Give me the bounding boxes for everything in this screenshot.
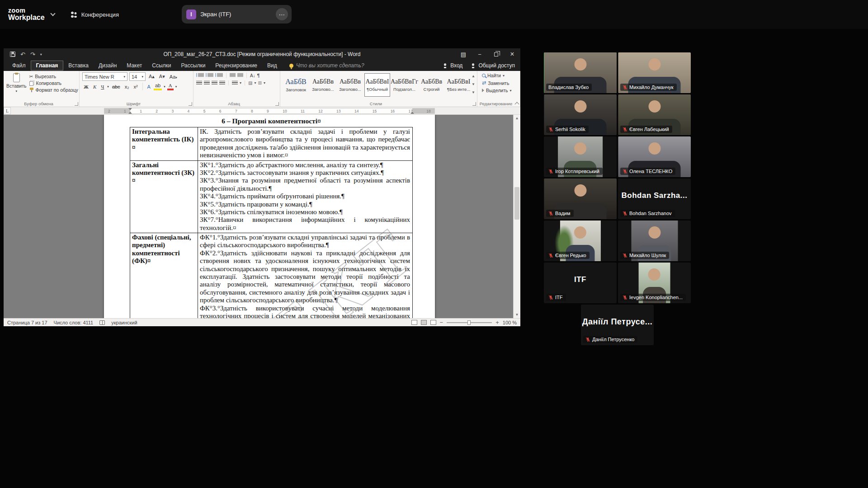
read-mode-icon[interactable] [411, 320, 417, 325]
format-painter-button[interactable]: Формат по образцу [29, 87, 78, 93]
styles-gallery-more-icon[interactable]: ▼ [472, 90, 475, 94]
term-cell[interactable]: Фахові (спеціальні, предметні) компетент… [130, 233, 198, 318]
term-cell[interactable]: Інтегральна компетентність (ІК)¤ [130, 127, 198, 161]
left-indent-marker[interactable] [128, 112, 132, 114]
find-button[interactable]: Найти▾ [482, 73, 518, 78]
sort-button[interactable]: А↓ [250, 73, 255, 78]
increase-indent-icon[interactable] [237, 73, 243, 78]
superscript-button[interactable]: x² [132, 84, 139, 90]
participant-tile-vladyslav-zubko[interactable]: Владислав Зубко [544, 52, 617, 93]
description-cell[interactable]: ЗК°1.°Здатність до абстрактного мислення… [198, 160, 413, 233]
tab-mailings[interactable]: Рассылки [176, 61, 211, 70]
style-no-spacing[interactable]: АаБбВвІ ¶Без инте... [446, 73, 472, 97]
scrollbar-thumb[interactable] [514, 187, 519, 220]
tab-view[interactable]: Вид [262, 61, 282, 70]
zoom-out-button[interactable]: − [440, 319, 443, 326]
minimize-button[interactable]: − [472, 48, 488, 60]
align-left-icon[interactable] [196, 81, 202, 85]
decrease-indent-icon[interactable] [230, 73, 236, 78]
participant-tile-mykhailo-shuliak[interactable]: Михайло Шуляк [618, 221, 691, 261]
share-button[interactable]: Общий доступ [471, 62, 515, 69]
tab-stop-selector[interactable]: L [4, 107, 11, 114]
style-subtitle[interactable]: АаБбВвГг Подзагол... [392, 73, 417, 97]
chevron-down-icon[interactable] [50, 11, 55, 16]
document-page[interactable]: 6 – Програмні компетентності¤ Інтегральн… [104, 115, 435, 318]
styles-dialog-launcher[interactable] [472, 102, 476, 106]
align-right-icon[interactable] [212, 81, 217, 85]
styles-scroll-down-icon[interactable]: ▼ [472, 82, 475, 86]
style-normal-selected[interactable]: АаБбВвІ ¶Обычный [364, 73, 390, 97]
style-heading[interactable]: АаБбВ Заголовок [283, 73, 309, 97]
italic-button[interactable]: К [92, 84, 98, 90]
vertical-scrollbar[interactable]: ▲ ▼ [513, 115, 520, 318]
participant-tile-serhii-sokolik[interactable]: Serhii Sokolik [544, 94, 617, 135]
participant-tile-yevhen-redko[interactable]: Євген Редько [544, 221, 617, 261]
shading-icon[interactable]: ▨ [248, 80, 252, 85]
font-size-select[interactable]: 14▾ [129, 72, 146, 81]
proofing-icon[interactable] [99, 320, 105, 325]
paste-dropdown-icon[interactable]: ▾ [16, 89, 18, 93]
sign-in-button[interactable]: Вход [443, 62, 462, 69]
description-cell[interactable]: ФК°1.°Здатність розв’язувати складні упр… [198, 233, 413, 318]
restore-button[interactable] [488, 48, 504, 60]
web-layout-icon[interactable] [430, 320, 436, 325]
screen-share-tab[interactable]: I Экран (ITF) ⋯ [182, 5, 292, 23]
paste-button[interactable]: Вставить ▾ [6, 72, 27, 101]
font-name-select[interactable]: Times New R▾ [82, 72, 127, 81]
print-layout-icon[interactable] [421, 320, 427, 325]
paragraph-dialog-launcher[interactable] [275, 102, 279, 106]
subscript-button[interactable]: x₂ [123, 84, 131, 90]
tab-layout[interactable]: Макет [122, 61, 147, 70]
highlight-button[interactable]: ab [154, 83, 162, 90]
show-marks-button[interactable]: ¶ [257, 73, 260, 78]
align-center-icon[interactable] [204, 81, 210, 85]
zoom-level[interactable]: 100 % [503, 320, 517, 325]
select-button[interactable]: Выделить▾ [482, 88, 518, 93]
tab-references[interactable]: Ссылки [147, 61, 176, 70]
tab-home[interactable]: Главная [31, 61, 64, 70]
language-indicator[interactable]: украинский [111, 320, 137, 325]
cut-button[interactable]: ✂Вырезать [29, 74, 78, 79]
copy-button[interactable]: Копировать [29, 80, 78, 86]
scroll-up-icon[interactable]: ▲ [514, 115, 520, 122]
text-effects-button[interactable]: А [146, 84, 152, 90]
clipboard-dialog-launcher[interactable] [75, 102, 78, 106]
font-dialog-launcher[interactable] [189, 102, 192, 106]
style-heading1[interactable]: АаБбВв Заголово... [310, 73, 336, 97]
zoom-workplace-logo[interactable]: zoom Workplace [8, 7, 45, 21]
participant-tile-olena-teslenko[interactable]: Олена ТЕСЛЕНКО [618, 136, 691, 177]
tab-review[interactable]: Рецензирование [210, 61, 262, 70]
participant-tile-bohdan-sarzhanov[interactable]: Bohdan Sarzha... Bohdan Sarzhanov [618, 178, 691, 219]
undo-icon[interactable]: ↶ [20, 51, 25, 58]
styles-scroll-up-icon[interactable]: ▲ [472, 74, 475, 78]
bold-button[interactable]: Ж [82, 84, 90, 90]
underline-dropdown-icon[interactable]: ▾ [107, 85, 109, 89]
bullet-list-icon[interactable] [196, 73, 204, 78]
highlight-dropdown-icon[interactable]: ▾ [164, 85, 165, 89]
zoom-in-button[interactable]: + [495, 319, 499, 326]
qat-customize-icon[interactable]: ▾ [40, 52, 42, 56]
change-case-button[interactable]: Аа▾ [168, 74, 179, 80]
scroll-down-icon[interactable]: ▼ [514, 311, 520, 318]
line-spacing-icon[interactable] [232, 81, 238, 85]
participant-tile-ievgen-konoplianchenko[interactable]: Ievgen Konoplianchen... [618, 263, 691, 303]
save-icon[interactable] [10, 52, 15, 57]
ribbon-display-options-button[interactable]: ▤ [455, 48, 472, 60]
participant-tile-itf[interactable]: ITF ITF [544, 263, 617, 303]
word-count[interactable]: Число слов: 4111 [54, 320, 94, 325]
tab-file[interactable]: Файл [7, 61, 31, 70]
participant-tile-vadym[interactable]: Вадим [544, 178, 617, 219]
description-cell[interactable]: ІК. Здатність розв’язувати складні задач… [198, 127, 413, 161]
right-indent-marker[interactable] [410, 112, 414, 114]
underline-button[interactable]: Ч [99, 84, 105, 90]
borders-icon[interactable]: ⊞ [258, 80, 261, 85]
term-cell[interactable]: Загальні компетентності (ЗК)¤ [130, 160, 198, 233]
zoom-slider-thumb[interactable] [467, 320, 471, 325]
redo-icon[interactable]: ↷ [30, 51, 35, 58]
font-color-dropdown-icon[interactable]: ▾ [175, 85, 177, 89]
tab-design[interactable]: Дизайн [94, 61, 122, 70]
first-line-indent-marker[interactable] [128, 108, 132, 110]
grow-font-button[interactable]: А▴ [147, 73, 156, 80]
participant-tile-yevhen-labetskyi[interactable]: Євген Лабецький [618, 94, 691, 135]
numbered-list-icon[interactable] [206, 73, 213, 78]
